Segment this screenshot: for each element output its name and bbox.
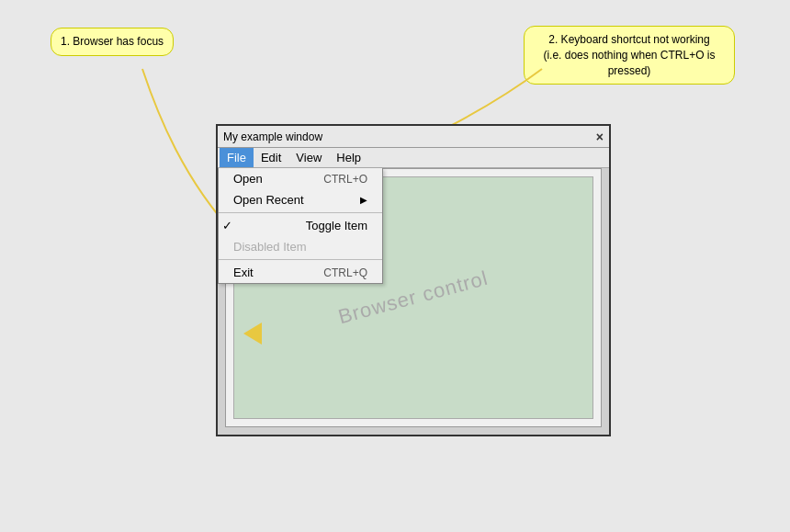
- menu-item-disabled: Disabled Item: [219, 236, 382, 257]
- menu-item-disabled-label: Disabled Item: [233, 240, 306, 254]
- menubar: File Edit View Help Open CTRL+O Open Rec…: [218, 148, 609, 168]
- menu-edit[interactable]: Edit: [254, 148, 288, 167]
- menu-item-open-recent[interactable]: Open Recent ▶: [219, 189, 382, 210]
- menu-item-toggle-label: Toggle Item: [306, 219, 367, 232]
- callout-keyboard-shortcut: 2. Keyboard shortcut not working (i.e. d…: [524, 26, 735, 85]
- window-title: My example window: [223, 130, 322, 143]
- menu-item-open-label: Open: [233, 172, 263, 186]
- window-close-button[interactable]: ×: [596, 130, 604, 144]
- menu-view[interactable]: View: [288, 148, 329, 167]
- example-window: My example window × File Edit View Help …: [216, 124, 611, 436]
- file-dropdown-menu: Open CTRL+O Open Recent ▶ Toggle Item Di…: [218, 168, 383, 284]
- menu-separator-1: [219, 212, 382, 213]
- callout-1-text: 1. Browser has focus: [61, 35, 164, 48]
- menu-item-exit[interactable]: Exit CTRL+Q: [219, 262, 382, 283]
- menu-file[interactable]: File: [220, 148, 254, 167]
- menu-item-open-shortcut: CTRL+O: [323, 173, 367, 186]
- callout-2-line1: 2. Keyboard shortcut not working: [548, 33, 709, 46]
- callout-browser-focus: 1. Browser has focus: [51, 28, 174, 56]
- callout-2-line2: (i.e. does nothing when CTRL+O is presse…: [543, 49, 715, 77]
- menu-item-open[interactable]: Open CTRL+O: [219, 168, 382, 189]
- menu-item-exit-shortcut: CTRL+Q: [323, 266, 367, 279]
- submenu-arrow-icon: ▶: [360, 195, 367, 205]
- menu-item-exit-label: Exit: [233, 266, 254, 279]
- menu-separator-2: [219, 259, 382, 260]
- window-titlebar: My example window ×: [218, 126, 609, 148]
- pointer-arrow-icon: [243, 323, 262, 345]
- menu-item-open-recent-label: Open Recent: [233, 193, 304, 207]
- menu-item-toggle[interactable]: Toggle Item: [219, 215, 382, 236]
- menu-help[interactable]: Help: [329, 148, 368, 167]
